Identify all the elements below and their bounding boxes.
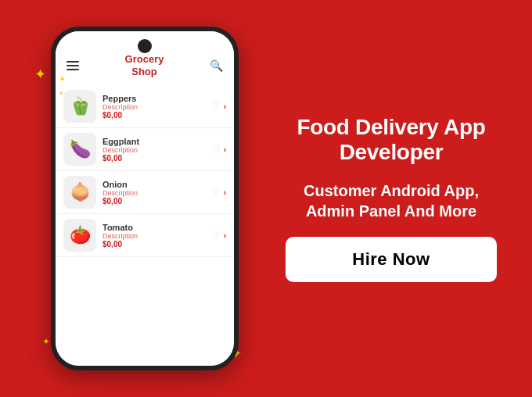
product-img-peppers: 🫑 [63,90,96,123]
product-item-onion[interactable]: 🧅 Onion Description $0,00 ♡ › [56,171,234,214]
product-price-onion: $0,00 [102,197,206,206]
product-item-peppers[interactable]: 🫑 Peppers Description $0,00 ♡ › [56,85,234,128]
heart-icon-tomato[interactable]: ♡ [212,230,221,241]
product-price-eggplant: $0,00 [102,154,206,163]
product-actions-onion: ♡ › [212,187,226,198]
heart-icon-peppers[interactable]: ♡ [212,101,221,112]
hamburger-icon[interactable] [66,61,79,70]
product-actions-tomato: ♡ › [212,230,226,241]
product-actions-eggplant: ♡ › [212,144,226,155]
sub-title: Customer Android App, Admin Panel And Mo… [304,181,479,221]
sparkle-inner-top: ✦ [59,74,66,84]
product-desc-tomato: Description [102,232,206,240]
product-img-onion: 🧅 [63,176,96,209]
product-price-peppers: $0,00 [102,111,206,120]
product-desc-peppers: Description [102,103,206,111]
arrow-icon-tomato[interactable]: › [224,231,226,240]
search-icon[interactable]: 🔍 [210,59,223,72]
heart-icon-onion[interactable]: ♡ [212,187,221,198]
product-info-tomato: Tomato Description $0,00 [102,223,206,249]
product-info-peppers: Peppers Description $0,00 [102,94,206,120]
product-desc-onion: Description [102,189,206,197]
product-name-onion: Onion [102,180,206,189]
product-name-tomato: Tomato [102,223,206,232]
product-info-onion: Onion Description $0,00 [102,180,206,206]
product-img-eggplant: 🍆 [63,133,96,166]
phone-device: Grocery Shop 🔍 ✦ ✦ 🫑 Peppers [51,27,239,370]
product-item-tomato[interactable]: 🍅 Tomato Description $0,00 ♡ › [56,214,234,257]
product-desc-eggplant: Description [102,146,206,154]
hire-now-button[interactable]: Hire Now [286,237,497,282]
sparkle-top-left: ✦ [34,66,46,83]
product-info-eggplant: Eggplant Description $0,00 [102,137,206,163]
product-img-tomato: 🍅 [63,219,96,252]
arrow-icon-eggplant[interactable]: › [224,145,226,154]
phone-screen: Grocery Shop 🔍 ✦ ✦ 🫑 Peppers [56,31,234,366]
arrow-icon-peppers[interactable]: › [224,102,226,111]
sparkle-bottom-left: ✦ [42,336,50,347]
product-item-eggplant[interactable]: 🍆 Eggplant Description $0,00 ♡ › [56,128,234,171]
phone-notch [138,39,152,53]
main-title: Food Delivery App Developer [297,115,485,165]
product-name-peppers: Peppers [102,94,206,103]
heart-icon-eggplant[interactable]: ♡ [212,144,221,155]
arrow-icon-onion[interactable]: › [224,188,226,197]
right-section: Food Delivery App Developer Customer And… [258,115,501,282]
app-title: Grocery Shop [125,53,164,77]
product-name-eggplant: Eggplant [102,137,206,146]
phone-wrapper: ✦ ✦ ✦ Grocery Shop 🔍 [31,19,258,378]
product-list: 🫑 Peppers Description $0,00 ♡ › 🍆 [56,82,234,366]
product-price-tomato: $0,00 [102,240,206,249]
main-container: ✦ ✦ ✦ Grocery Shop 🔍 [8,8,524,389]
sparkle-inner-small: ✦ [59,90,64,97]
product-actions-peppers: ♡ › [212,101,226,112]
